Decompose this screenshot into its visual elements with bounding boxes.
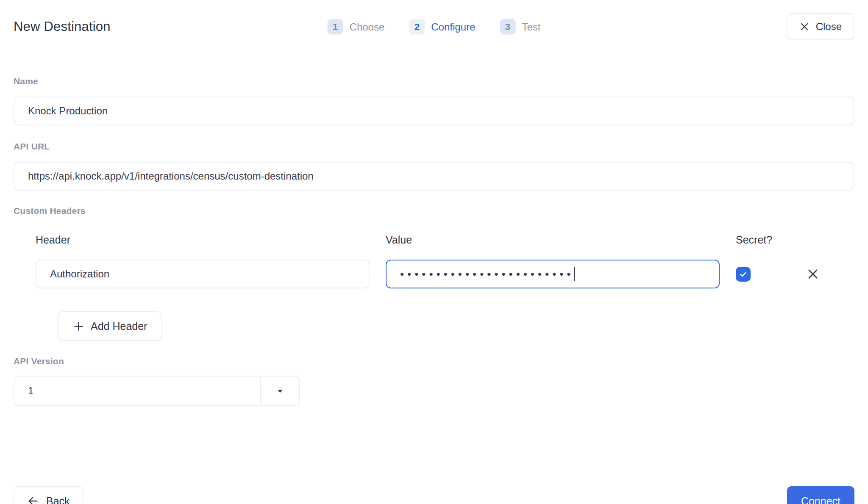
text-caret (574, 267, 575, 281)
custom-header-row: •••••••••••••••••••••••• (36, 260, 854, 288)
masked-secret-value: •••••••••••••••••••••••• (400, 269, 574, 280)
api-url-input[interactable] (14, 162, 854, 191)
plus-icon (73, 321, 84, 332)
modal-header: New Destination 1 Choose 2 Configure 3 T… (14, 13, 854, 41)
name-label: Name (14, 76, 854, 86)
remove-header-button[interactable] (803, 264, 823, 284)
connect-label: Connect (801, 495, 840, 504)
step-configure[interactable]: 2 Configure (409, 19, 475, 35)
close-button[interactable]: Close (787, 13, 854, 40)
header-name-input[interactable] (36, 260, 370, 288)
page-title: New Destination (14, 19, 111, 34)
connect-button[interactable]: Connect (787, 486, 854, 504)
custom-headers-label: Custom Headers (14, 206, 854, 216)
step-choose[interactable]: 1 Choose (328, 19, 385, 35)
configure-form: Name API URL Custom Headers Header Value… (14, 76, 854, 406)
custom-headers-column-row: Header Value Secret? (36, 234, 854, 246)
select-arrow-zone (260, 377, 299, 405)
secret-cell (736, 267, 787, 282)
step-label: Test (522, 21, 540, 33)
close-icon (799, 22, 810, 32)
remove-icon (806, 267, 820, 281)
api-version-select[interactable]: 1 (14, 376, 300, 406)
step-label: Choose (350, 21, 385, 33)
wizard-stepper: 1 Choose 2 Configure 3 Test (328, 19, 541, 35)
add-header-button[interactable]: Add Header (58, 311, 162, 341)
value-column-label: Value (386, 234, 720, 246)
back-label: Back (46, 495, 70, 504)
chevron-down-icon (275, 386, 285, 396)
api-url-label: API URL (14, 141, 854, 152)
header-column-label: Header (36, 234, 370, 246)
arrow-left-icon (27, 495, 39, 504)
secret-checkbox[interactable] (736, 267, 751, 282)
step-label: Configure (431, 21, 475, 33)
step-number-badge: 1 (328, 19, 343, 35)
secret-column-label: Secret? (736, 234, 787, 246)
api-version-value: 1 (14, 385, 33, 397)
back-button[interactable]: Back (14, 486, 83, 504)
custom-headers-table: Header Value Secret? •••••••••••••••••••… (36, 234, 854, 341)
step-test[interactable]: 3 Test (500, 19, 540, 35)
close-label: Close (816, 21, 842, 33)
add-header-label: Add Header (91, 320, 147, 332)
step-number-badge: 2 (409, 19, 425, 35)
modal-footer: Back Connect (14, 486, 854, 504)
new-destination-modal: New Destination 1 Choose 2 Configure 3 T… (0, 13, 868, 504)
name-input[interactable] (14, 97, 854, 125)
header-value-input[interactable]: •••••••••••••••••••••••• (386, 260, 720, 288)
api-version-label: API Version (14, 356, 854, 366)
step-number-badge: 3 (500, 19, 515, 35)
